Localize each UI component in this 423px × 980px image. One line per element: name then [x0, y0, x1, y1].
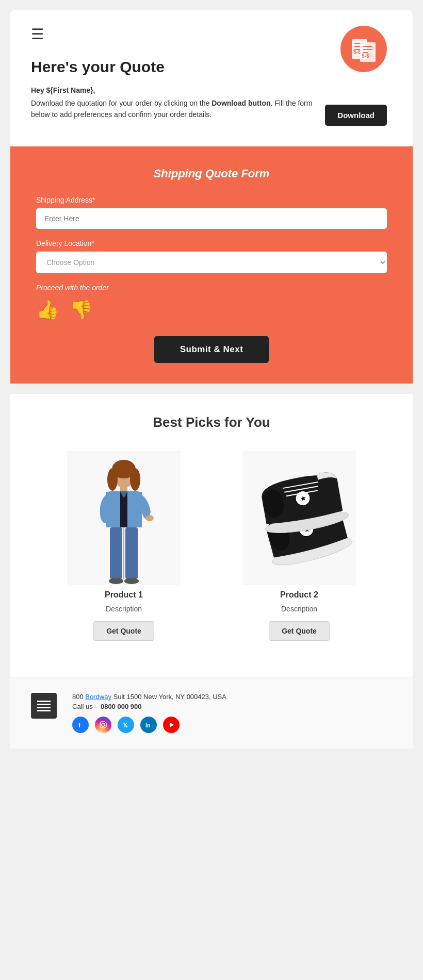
linkedin-icon[interactable]: in	[140, 717, 157, 733]
svg-text:$-$: $-$	[362, 53, 369, 59]
svg-point-21	[109, 578, 123, 584]
svg-rect-18	[110, 527, 122, 579]
footer-info: 800 Bordway Suit 1500 New York, NY 00042…	[72, 693, 392, 733]
body-text: Download the quotation for your order by…	[31, 97, 325, 121]
shipping-address-input[interactable]	[36, 208, 387, 229]
product-1-description: Description	[106, 605, 142, 613]
menu-icon: ☰	[31, 26, 392, 43]
quote-card: ☰ $-$ $-$	[10, 10, 413, 146]
product-1-get-quote-button[interactable]: Get Quote	[93, 621, 154, 641]
svg-rect-19	[125, 527, 138, 579]
instagram-icon[interactable]	[95, 717, 111, 733]
product-2-image: ★	[237, 451, 361, 585]
youtube-icon[interactable]	[163, 717, 180, 733]
thumbs-row: 👍 👎	[36, 299, 387, 321]
footer-address: 800 Bordway Suit 1500 New York, NY 00042…	[72, 693, 392, 701]
delivery-location-select[interactable]: Choose Option Option 1 Option 2 Option 3	[36, 252, 387, 273]
product-2-get-quote-button[interactable]: Get Quote	[269, 621, 330, 641]
footer-phone: Call us - 0800 000 900	[72, 703, 392, 710]
svg-marker-50	[170, 722, 174, 727]
footer-phone-number: 0800 000 900	[101, 703, 142, 710]
footer-phone-label: Call us -	[72, 703, 97, 710]
svg-point-13	[107, 468, 118, 491]
best-picks-section: Best Picks for You	[10, 394, 413, 677]
product-2-description: Description	[281, 605, 317, 613]
footer-address-link[interactable]: Bordway	[85, 693, 111, 701]
social-icons: f 𝕏 in	[72, 717, 392, 733]
download-button[interactable]: Download	[325, 105, 387, 126]
svg-point-47	[105, 722, 106, 723]
page-wrapper: ☰ $-$ $-$	[0, 0, 423, 759]
svg-point-14	[130, 468, 140, 491]
product-1-name: Product 1	[105, 590, 143, 600]
svg-point-22	[124, 578, 139, 584]
receipt-icon: $-$ $-$	[340, 26, 387, 72]
svg-rect-41	[37, 707, 51, 708]
svg-rect-39	[37, 701, 51, 702]
submit-next-button[interactable]: Submit & Next	[154, 336, 269, 363]
svg-text:$-$: $-$	[353, 49, 361, 55]
twitter-icon[interactable]: 𝕏	[118, 717, 134, 733]
footer: 800 Bordway Suit 1500 New York, NY 00042…	[10, 677, 413, 749]
facebook-icon[interactable]: f	[72, 717, 89, 733]
products-row: Product 1 Description Get Quote	[26, 451, 397, 641]
page-title: Here's your Quote	[31, 58, 325, 76]
thumbs-down-icon[interactable]: 👎	[70, 299, 93, 321]
delivery-location-label: Delivery Location*	[36, 239, 387, 247]
svg-text:𝕏: 𝕏	[123, 722, 128, 729]
body-text-bold: Download button	[212, 99, 270, 107]
receipt-icon-wrapper: $-$ $-$	[340, 26, 387, 72]
shipping-address-label: Shipping Address*	[36, 196, 387, 204]
svg-point-46	[102, 723, 105, 726]
greeting-text: Hey ${First Name},	[31, 86, 325, 94]
svg-text:f: f	[78, 722, 81, 729]
product-1-image	[62, 451, 186, 585]
body-text-pre: Download the quotation for your order by…	[31, 99, 212, 107]
shipping-form-section: Shipping Quote Form Shipping Address* De…	[10, 146, 413, 384]
svg-text:in: in	[145, 722, 151, 728]
form-title: Shipping Quote Form	[36, 167, 387, 180]
proceed-label: Proceed with the order	[36, 284, 387, 292]
svg-point-17	[145, 515, 154, 521]
product-card-2: ★	[217, 451, 382, 641]
best-picks-title: Best Picks for You	[26, 414, 397, 430]
product-card-1: Product 1 Description Get Quote	[41, 451, 206, 641]
thumbs-up-icon[interactable]: 👍	[36, 299, 59, 321]
footer-logo	[31, 693, 57, 719]
product-2-name: Product 2	[280, 590, 318, 600]
svg-rect-42	[37, 710, 51, 711]
svg-rect-40	[37, 704, 51, 705]
